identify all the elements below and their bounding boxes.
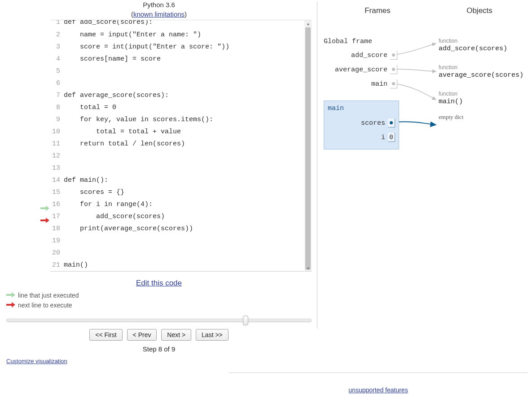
code-line: scores = {} — [64, 186, 304, 198]
var-name: add_score — [351, 52, 387, 59]
code-line — [64, 235, 304, 247]
var-name: average_score — [335, 66, 387, 74]
arrow-gutter-empty — [40, 69, 49, 81]
last-button[interactable]: Last >> — [196, 329, 229, 341]
unsupported-features-link[interactable]: unsupported features — [348, 386, 408, 394]
code-line: def add_score(scores): — [64, 20, 304, 29]
objects-column: function add_score(scores) function aver… — [439, 38, 532, 132]
main-frame: main scores i 0 — [324, 101, 399, 149]
arrow-gutter-empty — [40, 57, 49, 69]
line-number: 21 — [50, 259, 60, 271]
line-number: 18 — [50, 223, 60, 235]
line-number: 6 — [50, 77, 60, 89]
code-line: score = int(input("Enter a score: ")) — [64, 41, 304, 53]
line-number: 13 — [50, 162, 60, 174]
scroll-thumb[interactable] — [305, 27, 311, 270]
known-limitations-link[interactable]: known limitations — [133, 10, 185, 18]
slider-thumb[interactable] — [243, 316, 248, 325]
edit-code-link[interactable]: Edit this code — [136, 279, 182, 287]
var-box — [390, 65, 397, 74]
bottom-area: unsupported features — [229, 373, 528, 394]
line-number: 10 — [50, 126, 60, 138]
arrow-gutter-empty — [40, 44, 49, 57]
code-line — [64, 65, 304, 77]
line-number: 2 — [50, 29, 60, 41]
code-line: return total / len(scores) — [64, 138, 304, 150]
legend-next-label: next line to execute — [18, 302, 72, 309]
var-box — [390, 79, 397, 88]
line-number: 15 — [50, 186, 60, 198]
line-number: 20 — [50, 247, 60, 259]
main-var-row: i 0 — [328, 130, 395, 145]
object-signature: average_score(scores) — [439, 71, 532, 79]
arrow-gutter-empty — [40, 178, 49, 190]
arrow-gutter-empty — [40, 154, 49, 166]
code-line: add_score(scores) — [64, 211, 304, 223]
var-name: i — [381, 134, 385, 141]
code-line: for i in range(4): — [64, 198, 304, 211]
line-number: 8 — [50, 101, 60, 114]
line-number: 1 — [50, 20, 60, 29]
var-name: main — [371, 80, 387, 88]
scroll-up-icon[interactable]: ▴ — [304, 20, 312, 26]
object-signature: add_score(scores) — [439, 45, 532, 53]
arrow-gutter-empty — [40, 263, 49, 275]
first-button[interactable]: << First — [89, 329, 122, 341]
next-button[interactable]: Next > — [161, 329, 191, 341]
arrow-gutter-empty — [40, 129, 49, 141]
code-view: 123456789101112131415161718192021 def ad… — [50, 20, 312, 272]
line-number: 7 — [50, 89, 60, 101]
viz-header: Frames Objects — [324, 6, 528, 15]
code-line: total = total + value — [64, 126, 304, 138]
code-line: name = input("Enter a name: ") — [64, 29, 304, 41]
object-item: function add_score(scores) — [439, 38, 532, 53]
code-line: def average_score(scores): — [64, 89, 304, 101]
object-item: function average_score(scores) — [439, 64, 532, 79]
slider-track — [6, 319, 312, 322]
var-name: scores — [361, 119, 385, 127]
arrow-gutter-empty — [40, 190, 49, 202]
var-box: 0 — [388, 133, 395, 142]
line-number: 9 — [50, 114, 60, 126]
line-number: 17 — [50, 211, 60, 223]
arrow-gutter-empty — [40, 81, 49, 93]
prev-button[interactable]: < Prev — [127, 329, 157, 341]
arrow-gutter-empty — [40, 20, 49, 32]
code-line — [64, 162, 304, 174]
arrow-next-icon — [40, 214, 49, 226]
viz-body: Global frame add_score average_score mai… — [324, 20, 528, 154]
scroll-down-icon[interactable]: ▾ — [304, 265, 312, 271]
line-number: 16 — [50, 198, 60, 211]
code-line — [64, 77, 304, 89]
arrow-gutter-empty — [40, 250, 49, 263]
global-var-row: add_score — [324, 48, 397, 62]
object-item: empty dict — [439, 114, 532, 121]
customize-visualization-link[interactable]: Customize visualization — [6, 358, 67, 364]
code-scrollbar[interactable]: ▴ ▾ — [304, 20, 312, 271]
code-line: main() — [64, 259, 304, 271]
var-box — [390, 51, 397, 60]
arrow-gutter-empty — [40, 32, 49, 44]
arrow-prev-icon — [40, 202, 49, 214]
line-number: 14 — [50, 174, 60, 186]
code-line: scores[name] = score — [64, 53, 304, 65]
global-frame-title: Global frame — [324, 38, 397, 45]
arrow-gutter-empty — [40, 105, 49, 117]
code-header: Python 3.6 (known limitations) — [5, 0, 312, 19]
objects-header: Objects — [431, 6, 528, 15]
object-kind: function — [439, 38, 532, 44]
frames-header: Frames — [324, 6, 431, 15]
arrow-gutter-empty — [40, 93, 49, 105]
main-var-row: scores — [328, 116, 395, 130]
arrow-next-icon — [6, 302, 15, 309]
step-slider[interactable] — [6, 316, 312, 325]
code-line: total = 0 — [64, 101, 304, 114]
line-number: 12 — [50, 150, 60, 162]
arrow-gutter-empty — [40, 117, 49, 129]
arrow-gutter-empty — [40, 166, 49, 178]
line-number: 4 — [50, 53, 60, 65]
arrow-gutter-empty — [40, 141, 49, 154]
object-kind: function — [439, 64, 532, 70]
arrow-prev-icon — [6, 292, 15, 299]
legend-prev-label: line that just executed — [18, 292, 79, 299]
